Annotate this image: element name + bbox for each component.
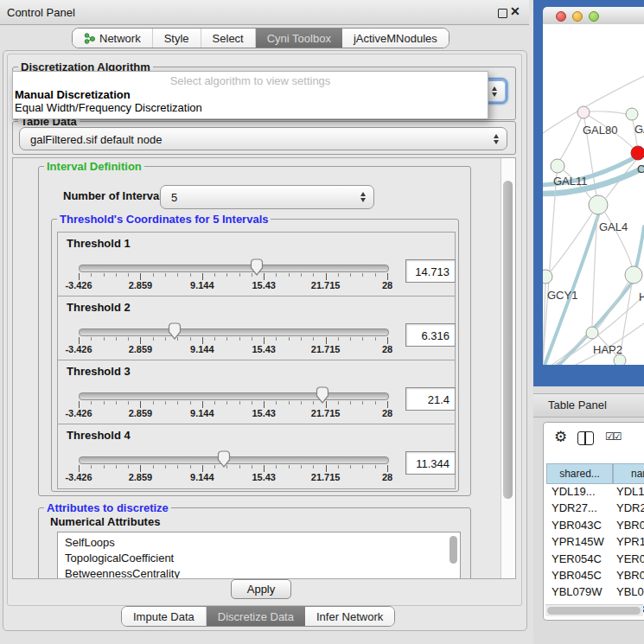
table-cell-shared-name[interactable]: YBR043C <box>552 519 602 532</box>
popup-item-manual-discretization[interactable]: Manual Discretization <box>15 88 131 101</box>
table-hscrollbar[interactable] <box>545 604 643 616</box>
network-node-gal11[interactable] <box>551 159 564 173</box>
threshold-value-field[interactable]: 14.713 <box>405 259 456 283</box>
minor-tick <box>153 465 154 469</box>
minor-tick <box>190 273 191 277</box>
interval-definition-group: Interval Definition Number of Intervals … <box>38 166 471 496</box>
minor-tick <box>313 273 314 277</box>
minor-tick <box>239 465 240 469</box>
minor-tick <box>252 401 252 405</box>
threshold-value-field[interactable]: 6.316 <box>405 323 456 347</box>
table-cell-name[interactable]: YBR0 <box>616 569 644 582</box>
tick-label: -3.426 <box>65 408 92 418</box>
threshold-value: 11.344 <box>416 456 450 469</box>
minor-tick <box>214 337 215 341</box>
table-cell-name[interactable]: YIL0 <box>616 619 640 621</box>
tab-style[interactable]: Style <box>153 29 201 48</box>
tab-select[interactable]: Select <box>201 29 256 48</box>
minor-tick <box>252 465 252 469</box>
network-edge[interactable] <box>636 226 644 267</box>
zoom-traffic-light[interactable] <box>589 11 599 22</box>
network-window-titlebar[interactable] <box>543 7 644 25</box>
minor-tick <box>362 465 363 469</box>
number-of-intervals-combo[interactable]: 5 <box>160 185 374 209</box>
settings-scrollbar[interactable] <box>501 158 515 578</box>
settings-viewport: Interval Definition Number of Intervals … <box>12 157 516 579</box>
bottom-tab-discretize-data[interactable]: Discretize Data <box>207 607 305 626</box>
threshold-value-field[interactable]: 21.4 <box>405 387 456 411</box>
table-cell-shared-name[interactable]: YIL052C <box>552 619 596 621</box>
apply-button[interactable]: Apply <box>231 579 291 599</box>
minor-tick <box>362 337 363 341</box>
minor-tick <box>276 273 277 277</box>
column-header-shared-name[interactable]: shared... <box>546 463 613 484</box>
network-node-h[interactable] <box>625 266 642 284</box>
screen: Control Panel ✕ NetworkStyleSelectCyni T… <box>0 0 644 644</box>
table-cell-name[interactable]: YER0 <box>616 552 644 565</box>
column-chooser-icon[interactable] <box>577 431 594 445</box>
tab-jactivemnodules[interactable]: jActiveMNodules <box>342 29 449 48</box>
close-icon[interactable]: ✕ <box>510 4 520 18</box>
slider-track[interactable] <box>79 456 389 464</box>
major-tick <box>202 273 203 280</box>
network-node-hap2[interactable] <box>586 327 598 339</box>
minimize-traffic-light[interactable] <box>572 11 583 22</box>
table-cell-shared-name[interactable]: YBR045C <box>552 569 602 582</box>
tick-label: 28 <box>382 472 392 482</box>
slider-handle[interactable] <box>316 386 329 407</box>
network-edge[interactable] <box>590 112 626 114</box>
spinner-arrows-icon <box>488 86 501 97</box>
slider-handle[interactable] <box>250 258 264 279</box>
slider-track[interactable] <box>79 265 389 272</box>
gear-icon[interactable]: ⚙ <box>554 428 567 446</box>
table-cell-name[interactable]: YDR2 <box>616 501 644 514</box>
network-edge[interactable] <box>550 214 592 272</box>
float-icon[interactable] <box>498 9 507 18</box>
tab-cyni-toolbox[interactable]: Cyni Toolbox <box>256 29 342 48</box>
attribute-item-topologicalcoefficient[interactable]: TopologicalCoefficient <box>65 552 174 564</box>
network-node-gal80[interactable] <box>577 106 590 118</box>
column-header-name[interactable]: name <box>613 463 644 484</box>
bottom-tab-impute-data[interactable]: Impute Data <box>122 607 207 626</box>
network-node-ga[interactable] <box>626 108 638 120</box>
numerical-attributes-list[interactable]: SelfLoopsTopologicalCoefficientBetweenne… <box>57 532 461 579</box>
table-cell-shared-name[interactable]: YBL079W <box>552 585 603 598</box>
scrollbar-thumb[interactable] <box>503 181 513 499</box>
slider-track[interactable] <box>79 328 389 336</box>
attributes-group-title: Attributes to discretize <box>44 501 171 514</box>
tick-label: 2.859 <box>129 280 153 290</box>
bottom-tab-infer-network[interactable]: Infer Network <box>305 607 394 626</box>
network-node-gcy1[interactable] <box>543 270 552 284</box>
minor-tick <box>91 337 92 341</box>
hscrollbar-thumb[interactable] <box>547 607 641 615</box>
major-tick <box>79 401 80 408</box>
network-node-c[interactable] <box>631 146 644 160</box>
table-cell-name[interactable]: YPR1 <box>616 535 644 548</box>
table-cell-name[interactable]: YBR0 <box>616 519 644 532</box>
slider-track[interactable] <box>79 392 389 400</box>
close-traffic-light[interactable] <box>556 11 566 22</box>
table-cell-name[interactable]: YBL0 <box>616 585 644 598</box>
tab-network[interactable]: Network <box>73 29 153 48</box>
attribute-item-selfloops[interactable]: SelfLoops <box>65 536 115 549</box>
threshold-value-field[interactable]: 11.344 <box>405 451 456 475</box>
table-data-combo[interactable]: galFiltered.sif default node <box>19 127 507 150</box>
table-cell-name[interactable]: YDL1 <box>616 485 644 498</box>
table-cell-shared-name[interactable]: YDL19... <box>552 485 596 498</box>
slider-handle[interactable] <box>168 322 182 343</box>
table-cell-shared-name[interactable]: YPR145W <box>552 535 604 548</box>
select-checkboxes-icon[interactable]: ☑☑ <box>605 430 621 443</box>
network-canvas[interactable]: GAL80GACGAL11GAL4GCY1HHAP2 <box>543 24 644 365</box>
minor-tick <box>214 465 215 469</box>
tick-label: 15.43 <box>252 408 276 418</box>
table-cell-shared-name[interactable]: YDR27... <box>552 501 597 514</box>
network-node[interactable] <box>614 354 626 365</box>
popup-item-equal-width[interactable]: Equal Width/Frequency Discretization <box>15 101 202 114</box>
table-cell-shared-name[interactable]: YER054C <box>552 552 602 565</box>
network-node-gal4[interactable] <box>589 195 608 214</box>
minor-tick <box>91 465 92 469</box>
algorithm-combo-spinner[interactable] <box>486 80 506 102</box>
slider-handle[interactable] <box>217 450 231 471</box>
attributes-scrollbar[interactable] <box>449 534 458 577</box>
attribute-item-betweennesscentrality[interactable]: BetweennessCentrality <box>65 567 180 579</box>
